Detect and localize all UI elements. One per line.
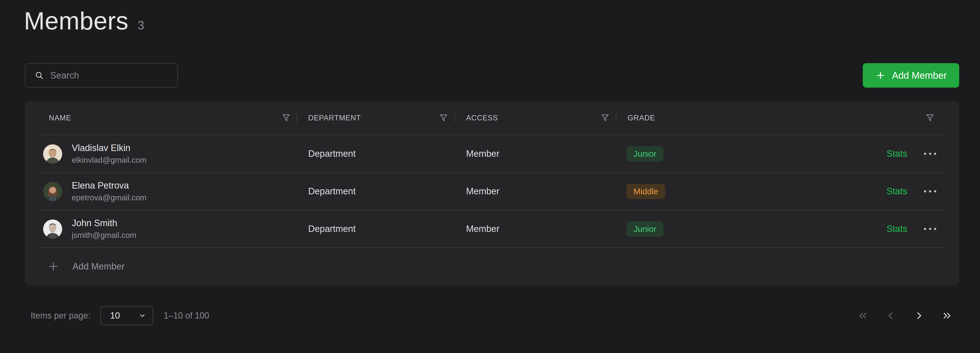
toolbar: Add Member <box>25 63 959 87</box>
search-icon <box>35 71 44 80</box>
search-box[interactable] <box>25 63 178 87</box>
avatar <box>43 219 62 239</box>
add-member-row[interactable]: Add Member <box>25 248 959 285</box>
members-table: NAME DEPARTMENT ACCESS GRADE <box>25 101 959 285</box>
member-email: epetrova@gmail.com <box>72 193 146 202</box>
column-header-grade: GRADE <box>616 101 959 135</box>
members-count: 3 <box>138 18 144 32</box>
plus-icon <box>875 70 886 81</box>
filter-icon[interactable] <box>439 113 449 123</box>
member-email: elkinvlad@gmail.com <box>72 156 146 165</box>
member-email: jsmith@gmail.com <box>72 231 136 240</box>
column-header-department: DEPARTMENT <box>297 101 455 135</box>
stats-link[interactable]: Stats <box>886 149 907 159</box>
member-name: John Smith <box>72 218 136 228</box>
column-label: ACCESS <box>466 114 498 122</box>
table-row: Vladislav Elkin elkinvlad@gmail.com Depa… <box>25 135 959 172</box>
items-per-page-label: Items per page: <box>30 311 91 321</box>
access-cell: Member <box>455 224 616 234</box>
row-menu-button[interactable] <box>924 188 936 195</box>
page-header: Members 3 <box>24 7 144 35</box>
department-cell: Department <box>297 149 455 159</box>
column-label: DEPARTMENT <box>308 114 361 122</box>
row-menu-button[interactable] <box>924 150 936 157</box>
filter-icon[interactable] <box>600 113 610 123</box>
search-input[interactable] <box>50 70 170 81</box>
filter-icon[interactable] <box>282 113 291 123</box>
filter-icon[interactable] <box>925 113 935 123</box>
department-cell: Department <box>297 224 455 234</box>
access-cell: Member <box>455 149 616 159</box>
first-page-button[interactable] <box>856 309 869 322</box>
last-page-button[interactable] <box>940 309 954 322</box>
add-member-button[interactable]: Add Member <box>863 63 959 87</box>
column-header-access: ACCESS <box>455 101 616 135</box>
grade-badge: Middle <box>626 184 665 199</box>
column-label: NAME <box>49 114 71 122</box>
stats-link[interactable]: Stats <box>886 224 907 234</box>
plus-icon <box>48 261 59 272</box>
items-per-page-select[interactable]: 10 <box>100 306 153 325</box>
next-page-button[interactable] <box>912 309 926 322</box>
avatar <box>43 182 62 201</box>
pagination-bar: Items per page: 10 1–10 of 100 <box>30 306 954 325</box>
previous-page-button[interactable] <box>884 309 897 322</box>
table-row: Elena Petrova epetrova@gmail.com Departm… <box>25 173 959 210</box>
grade-badge: Junior <box>626 146 663 162</box>
add-member-label: Add Member <box>892 70 947 81</box>
stats-link[interactable]: Stats <box>886 186 907 197</box>
chevron-down-icon <box>139 312 146 319</box>
column-label: GRADE <box>628 114 655 122</box>
row-menu-button[interactable] <box>924 226 936 232</box>
grade-badge: Junior <box>626 221 663 237</box>
table-header: NAME DEPARTMENT ACCESS GRADE <box>25 101 959 135</box>
department-cell: Department <box>297 186 455 197</box>
range-text: 1–10 of 100 <box>164 311 209 321</box>
selected-value: 10 <box>110 311 120 321</box>
pager <box>856 309 954 322</box>
member-name: Elena Petrova <box>72 180 146 191</box>
table-row: John Smith jsmith@gmail.com Department M… <box>25 210 959 248</box>
member-name: Vladislav Elkin <box>72 143 146 153</box>
add-member-row-label: Add Member <box>73 261 125 272</box>
access-cell: Member <box>455 186 616 197</box>
avatar <box>43 144 62 164</box>
page-title: Members <box>24 7 129 35</box>
column-header-name: NAME <box>25 101 297 135</box>
